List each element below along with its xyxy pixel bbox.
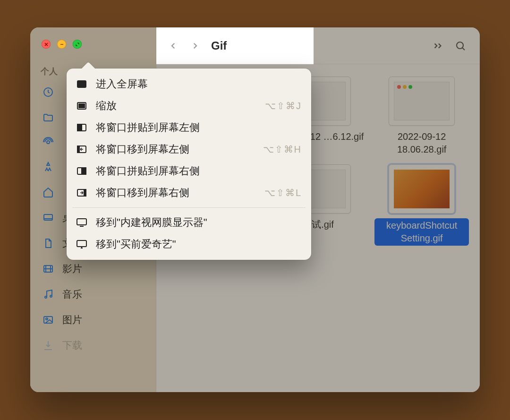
nav-back-button[interactable]: [165, 37, 182, 54]
display-icon: [76, 240, 87, 249]
sidebar-item-label: 下载: [62, 339, 82, 352]
svg-rect-21: [84, 189, 86, 196]
display-icon: [76, 218, 87, 227]
svg-rect-19: [82, 168, 86, 174]
menu-item-label: 将窗口拼贴到屏幕左侧: [96, 120, 293, 135]
menu-item-zoom[interactable]: 缩放 ⌥⇧⌘J: [67, 95, 311, 117]
apps-icon: [42, 161, 55, 172]
file-thumbnail: [389, 164, 455, 214]
sidebar-item-movies[interactable]: 影片: [37, 257, 151, 281]
svg-rect-22: [77, 219, 86, 225]
menu-item-fullscreen[interactable]: 进入全屏幕: [67, 73, 311, 95]
menu-item-move-left[interactable]: 将窗口移到屏幕左侧 ⌥⇧⌘H: [67, 138, 311, 160]
sidebar-item-pictures[interactable]: 图片: [37, 308, 151, 332]
pictures-icon: [42, 314, 55, 326]
traffic-lights-overlay: [42, 40, 82, 49]
maximize-button[interactable]: [73, 40, 82, 49]
tile-left-icon: [76, 124, 87, 131]
music-icon: [42, 289, 55, 300]
toolbar-overlay: Gif: [156, 27, 314, 64]
menu-item-label: 将窗口移到屏幕左侧: [96, 142, 255, 156]
file-thumbnail: [389, 77, 455, 126]
clock-icon: [42, 86, 55, 98]
sidebar-item-music[interactable]: 音乐: [37, 282, 151, 307]
nav-forward-button[interactable]: [187, 37, 204, 54]
file-name: 2022-09-12 18.06.28.gif: [374, 130, 469, 156]
desktop-icon: [42, 212, 55, 223]
menu-item-move-right[interactable]: 将窗口移到屏幕右侧 ⌥⇧⌘L: [67, 182, 311, 204]
svg-rect-13: [79, 104, 85, 108]
svg-marker-9: [76, 44, 77, 46]
sidebar-item-downloads[interactable]: 下载: [37, 333, 151, 358]
svg-marker-10: [77, 43, 79, 44]
menu-item-move-display-external[interactable]: 移到"买前爱奇艺": [67, 233, 311, 255]
svg-rect-2: [44, 214, 52, 220]
menu-item-label: 移到"买前爱奇艺": [96, 237, 302, 251]
downloads-icon: [42, 340, 55, 351]
svg-rect-11: [77, 81, 86, 87]
close-button[interactable]: [42, 40, 51, 49]
airdrop-icon: [42, 137, 55, 148]
menu-item-label: 将窗口拼贴到屏幕右侧: [96, 164, 293, 178]
menu-item-label: 缩放: [96, 99, 256, 113]
svg-point-5: [50, 295, 52, 297]
menu-item-shortcut: ⌥⇧⌘H: [263, 144, 302, 155]
move-left-icon: [76, 146, 87, 153]
file-name: keyboardShotcut Setting.gif: [374, 218, 469, 246]
folder-icon: [42, 112, 55, 123]
svg-point-4: [45, 296, 47, 298]
document-icon: [42, 238, 55, 249]
svg-point-1: [47, 141, 50, 144]
svg-rect-17: [77, 146, 79, 153]
menu-separator: [72, 207, 306, 208]
menu-item-label: 将窗口移到屏幕右侧: [96, 186, 256, 200]
toolbar-overflow-button[interactable]: [429, 37, 447, 55]
menu-item-shortcut: ⌥⇧⌘L: [264, 187, 302, 198]
fullscreen-icon: [76, 80, 87, 88]
menu-item-tile-left[interactable]: 将窗口拼贴到屏幕左侧: [67, 117, 311, 138]
move-right-icon: [76, 189, 87, 197]
zoom-icon: [76, 102, 87, 110]
menu-item-tile-right[interactable]: 将窗口拼贴到屏幕右侧: [67, 160, 311, 182]
tile-right-icon: [76, 167, 87, 175]
svg-rect-15: [77, 124, 82, 131]
menu-item-label: 进入全屏幕: [96, 77, 293, 91]
menu-item-label: 移到"内建视网膜显示器": [96, 215, 302, 230]
menu-item-move-display-builtin[interactable]: 移到"内建视网膜显示器": [67, 212, 311, 233]
file-item[interactable]: keyboardShotcut Setting.gif: [372, 164, 471, 246]
window-title: Gif: [211, 39, 227, 52]
file-item[interactable]: 2022-09-12 18.06.28.gif: [372, 77, 471, 156]
sidebar-item-label: 音乐: [62, 288, 82, 301]
search-button[interactable]: [451, 37, 469, 55]
minimize-button[interactable]: [57, 40, 66, 49]
svg-point-8: [457, 42, 463, 49]
sidebar-item-label: 图片: [62, 313, 82, 326]
svg-rect-23: [77, 240, 86, 247]
movies-icon: [42, 263, 55, 274]
window-menu: 进入全屏幕 缩放 ⌥⇧⌘J 将窗口拼贴到屏幕左侧 将窗口移到屏幕左侧 ⌥⇧⌘H …: [67, 69, 311, 260]
home-icon: [42, 187, 55, 198]
svg-point-7: [46, 318, 48, 320]
sidebar-item-label: 影片: [62, 262, 82, 275]
menu-item-shortcut: ⌥⇧⌘J: [265, 100, 302, 111]
svg-rect-6: [44, 317, 52, 323]
